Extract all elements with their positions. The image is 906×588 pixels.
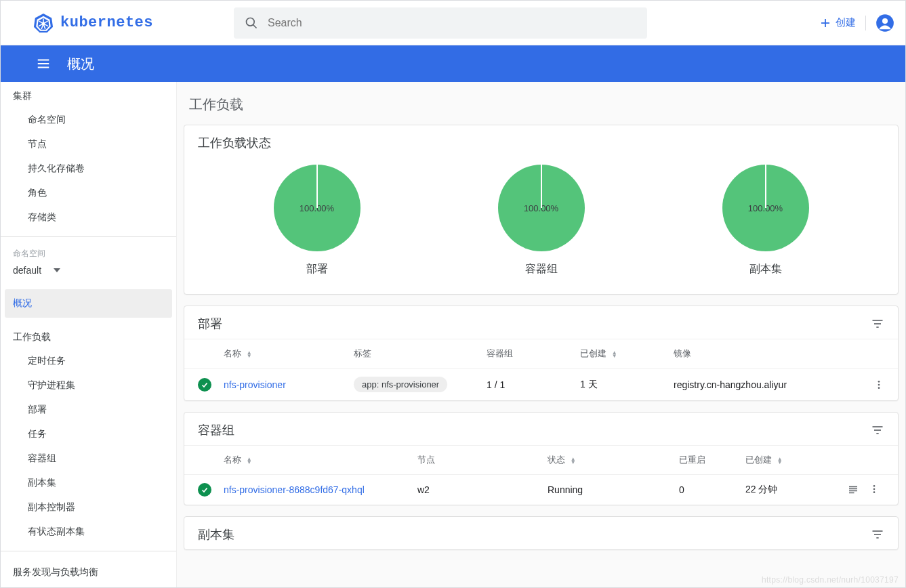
pie-percent: 100.00% [300,203,334,213]
svg-point-16 [882,18,888,24]
brand-name: kubernetes [60,14,153,31]
logs-icon[interactable] [847,484,859,496]
topbar: kubernetes 创建 [1,1,905,45]
more-icon[interactable] [873,379,884,390]
cell-created: 1 天 [580,379,668,391]
sort-icon: ▲▼ [777,457,784,464]
status-ok-icon [198,378,211,392]
cell-node: w2 [417,484,542,495]
sidebar-section-discovery[interactable]: 服务发现与负载均衡 [1,558,176,584]
col-created[interactable]: 已创建 ▲▼ [745,454,827,466]
create-button[interactable]: 创建 [819,16,856,29]
main-title: 工作负载 [184,82,899,125]
col-images: 镜像 [674,348,831,360]
pod-link[interactable]: nfs-provisioner-8688c9fd67-qxhql [224,484,412,495]
sidebar-item-daemonsets[interactable]: 守护进程集 [1,373,176,398]
topbar-actions: 创建 [819,14,894,33]
separator [865,16,866,30]
sidebar-item-replicasets[interactable]: 副本集 [1,471,176,495]
card-title: 副本集 [198,526,234,543]
deployment-link[interactable]: nfs-provisioner [224,379,348,390]
search-icon [245,16,258,30]
sidebar-item-statefulsets[interactable]: 有状态副本集 [1,520,176,544]
table-header: 名称 ▲▼ 标签 容器组 已创建 ▲▼ 镜像 [184,339,898,368]
status-deployments: 100.00% 部署 [274,165,361,276]
sidebar-item-cronjobs[interactable]: 定时任务 [1,349,176,373]
sidebar-item-roles[interactable]: 角色 [1,181,176,205]
user-icon[interactable] [876,14,894,33]
sidebar-item-overview[interactable]: 概况 [5,289,172,318]
table-row: nfs-provisioner app: nfs-provisioner 1 /… [184,368,898,400]
col-status[interactable]: 状态 ▲▼ [548,454,674,466]
namespace-select[interactable]: default [1,261,176,284]
pie-chart: 100.00% [274,165,361,251]
cell-created: 22 分钟 [745,484,827,496]
card-title: 部署 [198,316,222,332]
svg-point-11 [247,18,255,26]
cell-image: registry.cn-hangzhou.aliyur [674,379,831,390]
create-label: 创建 [836,16,856,29]
filter-icon[interactable] [871,317,884,331]
namespace-label: 命名空间 [1,244,176,261]
cell-status: Running [548,484,674,495]
pie-caption: 部署 [306,262,328,276]
table-header: 名称 ▲▼ 节点 状态 ▲▼ 已重启 已创建 ▲▼ [184,445,898,474]
more-icon[interactable] [869,484,880,496]
svg-point-24 [878,383,880,385]
card-title: 容器组 [198,422,234,438]
page-title: 概况 [67,55,94,73]
sidebar-item-namespaces[interactable]: 命名空间 [1,108,176,132]
filter-icon[interactable] [871,423,884,437]
cell-restarts: 0 [679,484,740,495]
status-replicasets: 100.00% 副本集 [722,165,809,276]
col-name[interactable]: 名称 ▲▼ [224,454,412,466]
sort-icon: ▲▼ [612,351,619,358]
card-workload-status: 工作负载状态 100.00% 部署 100.00% 容器组 [184,125,899,295]
card-replicasets: 副本集 [184,516,899,550]
sidebar-item-jobs[interactable]: 任务 [1,422,176,446]
sidebar-item-pods[interactable]: 容器组 [1,446,176,471]
plus-icon [819,17,831,29]
svg-point-23 [878,381,880,383]
search-input[interactable] [268,17,636,29]
pie-chart: 100.00% [498,165,585,251]
col-name[interactable]: 名称 ▲▼ [224,348,348,360]
col-node: 节点 [417,454,542,466]
sort-icon: ▲▼ [571,457,577,464]
col-created[interactable]: 已创建 ▲▼ [580,348,668,360]
sort-icon: ▲▼ [247,351,253,358]
kubernetes-logo-icon [33,13,54,33]
sidebar-item-deployments[interactable]: 部署 [1,398,176,422]
namespace-value: default [13,265,41,276]
sidebar: 集群 命名空间 节点 持久化存储卷 角色 存储类 命名空间 default 概况… [1,82,177,587]
svg-point-25 [878,387,880,389]
divider [1,551,176,551]
filter-icon[interactable] [871,528,884,541]
status-pods: 100.00% 容器组 [498,165,585,276]
sidebar-section-workloads[interactable]: 工作负载 [1,323,176,349]
col-labels: 标签 [354,348,481,360]
sidebar-section-cluster[interactable]: 集群 [1,82,176,108]
card-pods: 容器组 名称 ▲▼ 节点 状态 ▲▼ 已重启 [184,412,899,505]
sidebar-item-rc[interactable]: 副本控制器 [1,495,176,520]
sort-icon: ▲▼ [247,457,253,464]
col-pods: 容器组 [487,348,575,360]
main-content: 工作负载 工作负载状态 100.00% 部署 100.00% [177,82,905,587]
brand: kubernetes [33,13,223,33]
card-deployments: 部署 名称 ▲▼ 标签 容器组 已创建 ▲▼ [184,306,899,401]
status-ok-icon [198,483,211,497]
pie-caption: 副本集 [749,262,782,276]
pie-percent: 100.00% [524,203,558,213]
sidebar-item-nodes[interactable]: 节点 [1,132,176,156]
search-box[interactable] [234,7,647,39]
menu-icon[interactable] [36,56,51,71]
svg-line-12 [253,24,257,28]
svg-point-35 [873,491,876,493]
action-bar: 概况 [1,45,905,82]
cell-pods: 1 / 1 [487,379,575,390]
svg-point-33 [873,485,876,487]
sidebar-item-pv[interactable]: 持久化存储卷 [1,156,176,181]
card-title: 工作负载状态 [198,135,271,151]
sidebar-item-storageclass[interactable]: 存储类 [1,205,176,230]
pie-percent: 100.00% [748,203,783,213]
